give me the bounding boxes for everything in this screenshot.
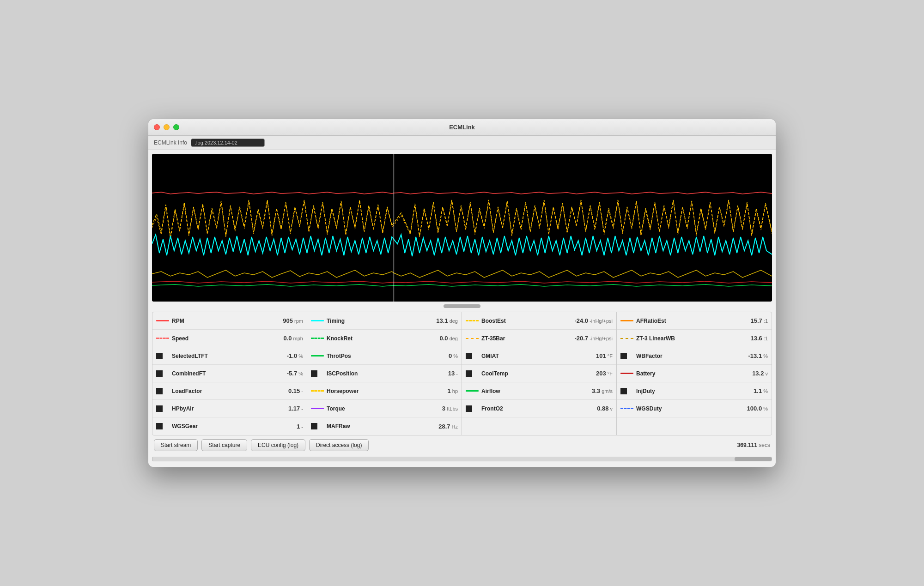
data-row: CoolTemp203 °F — [462, 365, 616, 382]
data-row: CombinedFT-5.7 % — [152, 365, 307, 382]
toolbar-label: ECMLink Info — [154, 139, 187, 146]
data-label: CombinedFT — [172, 370, 287, 377]
legend-icon-dashed-yellow-dark — [620, 335, 633, 342]
data-row — [462, 417, 616, 435]
data-row: KnockRet0.0 deg — [307, 330, 462, 347]
main-content: RPM905 rpmSpeed0.0 mphSelectedLTFT-1.0 %… — [148, 150, 776, 467]
elapsed-unit: secs — [757, 442, 770, 448]
data-value: 203 °F — [596, 370, 613, 377]
main-window: ECMLink ECMLink Info — [148, 119, 776, 467]
data-value: -13.1 % — [748, 352, 768, 359]
legend-icon-box-dark — [311, 423, 324, 429]
legend-icon-box-dark — [620, 388, 633, 394]
bottom-scrollbar[interactable] — [152, 457, 772, 461]
data-label: InjDuty — [636, 388, 754, 394]
data-label: FrontO2 — [481, 405, 597, 412]
legend-icon-line-red — [156, 318, 169, 324]
data-row: Horsepower1 hp — [307, 382, 462, 400]
legend-icon-box-dark — [156, 423, 169, 429]
data-value: 13.1 deg — [436, 317, 458, 324]
data-row: MAFRaw28.7 Hz — [307, 417, 462, 435]
data-value: 13 - — [448, 370, 458, 377]
maximize-button[interactable] — [173, 124, 179, 130]
data-value: 1.1 % — [754, 387, 768, 394]
legend-icon-box-dark — [466, 405, 479, 412]
legend-icon-line-orange — [620, 318, 633, 324]
data-label: HPbyAir — [172, 405, 288, 412]
legend-icon-line-red-solid — [620, 370, 633, 377]
data-label: MAFRaw — [327, 423, 438, 429]
data-value: 101 °F — [596, 352, 613, 359]
data-value: -20.7 -inHg/+psi — [574, 335, 613, 342]
data-row: SelectedLTFT-1.0 % — [152, 347, 307, 365]
legend-icon-box-dark — [156, 405, 169, 412]
legend-icon-dashed-yellow — [311, 388, 324, 394]
data-value: 13.6 :1 — [750, 335, 768, 342]
ecu-config-button[interactable]: ECU config (log) — [251, 439, 305, 451]
data-column-3: AFRatioEst15.7 :1ZT-3 LinearWB13.6 :1WBF… — [617, 312, 772, 435]
minimize-button[interactable] — [164, 124, 170, 130]
data-row: RPM905 rpm — [152, 312, 307, 330]
legend-icon-box-dark — [156, 370, 169, 377]
data-label: GMIAT — [481, 353, 596, 359]
scrollbar-thumb[interactable] — [444, 304, 480, 308]
data-row: BoostEst-24.0 -inHg/+psi — [462, 312, 616, 330]
data-row: FrontO20.88 v — [462, 400, 616, 417]
data-value: 905 rpm — [283, 317, 303, 324]
toolbar: ECMLink Info — [148, 136, 776, 150]
data-row: ISCPosition13 - — [307, 365, 462, 382]
start-capture-button[interactable]: Start capture — [201, 439, 247, 451]
window-controls — [154, 124, 179, 130]
data-label: Timing — [327, 318, 436, 324]
data-label: ThrotPos — [327, 353, 449, 359]
start-stream-button[interactable]: Start stream — [154, 439, 198, 451]
data-column-0: RPM905 rpmSpeed0.0 mphSelectedLTFT-1.0 %… — [152, 312, 307, 435]
data-value: 1.17 - — [288, 405, 303, 412]
chart-svg — [152, 154, 772, 302]
data-row: ZT-35Bar-20.7 -inHg/+psi — [462, 330, 616, 347]
data-value: 28.7 Hz — [438, 423, 458, 430]
data-label: LoadFactor — [172, 388, 288, 394]
data-column-1: Timing13.1 degKnockRet0.0 degThrotPos0 %… — [307, 312, 462, 435]
data-row: WGSDuty100.0 % — [617, 400, 772, 417]
data-grid: RPM905 rpmSpeed0.0 mphSelectedLTFT-1.0 %… — [152, 312, 772, 435]
elapsed-time: 369.111 secs — [737, 442, 770, 448]
legend-icon-line-purple — [311, 405, 324, 412]
chart-scrollbar[interactable] — [152, 304, 772, 308]
data-label: ZT-3 LinearWB — [636, 335, 750, 342]
data-label: Horsepower — [327, 388, 447, 394]
data-value: 1 hp — [447, 387, 458, 394]
data-row: ZT-3 LinearWB13.6 :1 — [617, 330, 772, 347]
data-label: WBFactor — [636, 353, 748, 359]
data-label: BoostEst — [481, 318, 574, 324]
data-value: 0.0 deg — [440, 335, 458, 342]
legend-icon-line-green — [311, 353, 324, 359]
data-value: 3.3 gm/s — [592, 387, 613, 394]
data-label: CoolTemp — [481, 370, 596, 377]
legend-icon-dashed-yellow-alt — [466, 335, 479, 342]
legend-icon-box-dark — [156, 353, 169, 359]
legend-icon-line-green — [466, 388, 479, 394]
close-button[interactable] — [154, 124, 160, 130]
data-value: -24.0 -inHg/+psi — [574, 317, 613, 324]
data-value: -1.0 % — [287, 352, 303, 359]
legend-icon-dashed-green — [311, 335, 324, 342]
chart-area — [152, 154, 772, 302]
legend-icon-dashed-blue — [620, 405, 633, 412]
data-label: AFRatioEst — [636, 318, 750, 324]
direct-access-button[interactable]: Direct access (log) — [309, 439, 369, 451]
data-row: LoadFactor0.15 - — [152, 382, 307, 400]
data-column-2: BoostEst-24.0 -inHg/+psiZT-35Bar-20.7 -i… — [462, 312, 617, 435]
bottom-scrollbar-thumb[interactable] — [735, 457, 772, 461]
log-file-input[interactable] — [191, 139, 265, 147]
data-label: Torque — [327, 405, 442, 412]
legend-icon-box-dark — [311, 370, 324, 377]
data-row: AFRatioEst15.7 :1 — [617, 312, 772, 330]
legend-icon-dashed-red — [156, 335, 169, 342]
data-label: SelectedLTFT — [172, 353, 287, 359]
data-label: ZT-35Bar — [481, 335, 574, 342]
data-row: GMIAT101 °F — [462, 347, 616, 365]
data-row: HPbyAir1.17 - — [152, 400, 307, 417]
data-value: 15.7 :1 — [750, 317, 768, 324]
data-value: 13.2 v — [752, 370, 768, 377]
